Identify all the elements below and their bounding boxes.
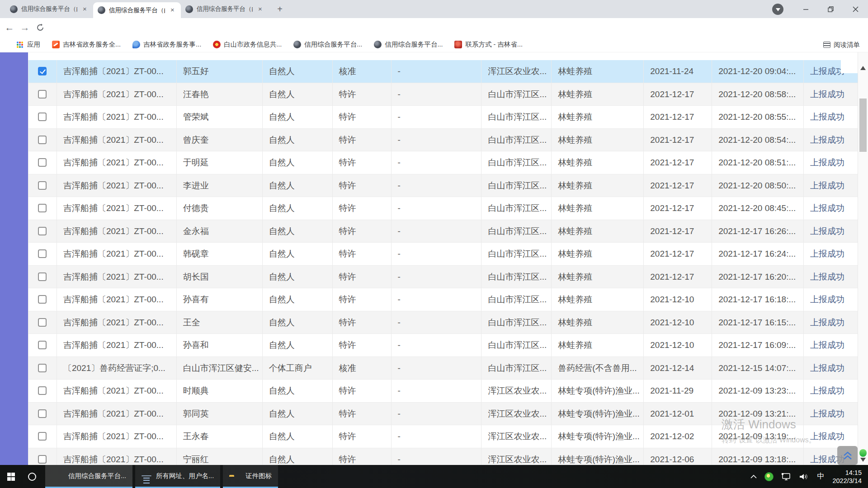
page-scrollbar[interactable] (858, 52, 868, 465)
row-checkbox[interactable] (38, 113, 47, 121)
row-checkbox[interactable] (38, 158, 47, 167)
scrollbar-thumb[interactable] (859, 99, 867, 152)
table-row[interactable]: 吉浑船捕〔2021〕ZT-00... 宁丽红 自然人 特许 - 浑江区农业农..… (28, 448, 858, 465)
tray-expand-chevron-icon[interactable] (750, 474, 757, 479)
row-checkbox[interactable] (38, 341, 47, 349)
row-checkbox[interactable] (38, 249, 47, 258)
bookmark-item[interactable]: 吉林省政务服务全... (52, 40, 121, 49)
browser-tab[interactable]: 信用综合服务平台（白山市） × (93, 2, 181, 18)
tab-close-icon[interactable]: × (256, 5, 264, 13)
cell-decision-date: 2021-12-06 (644, 448, 712, 465)
row-checkbox-cell (28, 288, 57, 311)
table-row[interactable]: 吉浑船捕〔2021〕ZT-00... 李进业 自然人 特许 - 白山市浑江区..… (28, 174, 858, 197)
bookmark-item[interactable]: 联系方式 - 吉林省... (454, 40, 522, 49)
row-checkbox-cell (28, 151, 57, 174)
search-button[interactable] (22, 465, 42, 488)
reading-list-button[interactable]: 阅读清单 (823, 37, 860, 52)
table-row[interactable]: 吉浑船捕〔2021〕ZT-00... 管荣斌 自然人 特许 - 白山市浑江区..… (28, 106, 858, 129)
table-corner-box (841, 57, 859, 73)
cell-empty-value: - (392, 334, 482, 357)
cell-authority: 白山市浑江区... (481, 220, 552, 243)
table-row[interactable]: 吉浑船捕〔2021〕ZT-00... 付德贵 自然人 特许 - 白山市浑江区..… (28, 197, 858, 220)
cell-approval-type: 特许 (333, 311, 392, 334)
taskbar-app-button[interactable]: 所有网址、用户名... (135, 465, 220, 488)
row-checkbox[interactable] (38, 409, 47, 418)
antivirus-tray-icon[interactable] (764, 472, 774, 481)
cell-holder-type: 自然人 (263, 129, 333, 151)
bookmark-label: 信用综合服务平台... (385, 40, 443, 49)
row-checkbox[interactable] (38, 364, 47, 372)
app-sidebar-strip (0, 52, 28, 465)
cell-report-status: 上报成功 (804, 83, 858, 106)
bookmark-item[interactable]: 信用综合服务平台... (374, 40, 443, 49)
cell-holder-type: 自然人 (263, 425, 333, 448)
tab-close-icon[interactable]: × (169, 6, 176, 14)
table-row[interactable]: 吉浑船捕〔2021〕ZT-00... 汪春艳 自然人 特许 - 白山市浑江区..… (28, 83, 858, 106)
tab-search-button[interactable] (772, 4, 783, 15)
table-row[interactable]: 吉浑船捕〔2021〕ZT-00... 于明延 自然人 特许 - 白山市浑江区..… (28, 151, 858, 174)
table-row[interactable]: 吉浑船捕〔2021〕ZT-00... 王永春 自然人 特许 - 浑江区农业农..… (28, 425, 858, 448)
table-row[interactable]: 吉浑船捕〔2021〕ZT-00... 孙喜和 自然人 特许 - 白山市浑江区..… (28, 334, 858, 357)
row-checkbox[interactable] (38, 272, 47, 281)
tab-close-icon[interactable]: × (81, 5, 89, 13)
taskbar-app-label: 所有网址、用户名... (156, 472, 214, 480)
cell-authority: 浑江区农业农... (481, 60, 552, 83)
row-checkbox[interactable] (38, 227, 47, 235)
cell-decision-date: 2021-12-17 (644, 220, 712, 243)
row-checkbox[interactable] (38, 318, 47, 327)
start-button[interactable] (0, 465, 22, 488)
back-to-top-button[interactable] (837, 446, 858, 465)
cell-empty-value: - (392, 243, 482, 265)
table-row[interactable]: 吉浑船捕〔2021〕ZT-00... 王全 自然人 特许 - 白山市浑江区...… (28, 311, 858, 334)
table-row[interactable]: 〔2021〕兽药经营证字;0... 白山市浑江区健安... 个体工商户 核准 -… (28, 357, 858, 380)
bookmark-item[interactable]: 吉林省政务服务事... (132, 40, 201, 49)
taskbar-app-button[interactable]: 证件图标 (223, 465, 278, 488)
row-checkbox[interactable] (38, 295, 47, 304)
row-checkbox[interactable] (38, 455, 47, 464)
bookmark-item[interactable]: 白山市政务信息共... (213, 40, 282, 49)
row-checkbox[interactable] (38, 67, 47, 75)
bookmark-item[interactable]: 信用综合服务平台... (293, 40, 362, 49)
bookmark-item[interactable]: 应用 (16, 40, 40, 49)
browser-tab[interactable]: 信用综合服务平台（白山市） × (5, 0, 93, 18)
cell-empty-value: - (392, 151, 482, 174)
taskbar-app-button[interactable]: 信用综合服务平台... (45, 465, 132, 488)
table-row[interactable]: 吉浑船捕〔2021〕ZT-00... 曾庆奎 自然人 特许 - 白山市浑江区..… (28, 129, 858, 152)
network-tray-icon[interactable] (781, 473, 791, 481)
row-checkbox[interactable] (38, 90, 47, 99)
cell-report-time: 2021-12-20 08:54:... (712, 129, 804, 151)
table-row[interactable]: 吉浑船捕〔2021〕ZT-00... 郭同英 自然人 特许 - 浑江区农业农..… (28, 403, 858, 426)
cell-holder-type: 自然人 (263, 197, 333, 220)
table-row[interactable]: 吉浑船捕〔2021〕ZT-00... 胡长国 自然人 特许 - 白山市浑江区..… (28, 266, 858, 289)
ime-indicator[interactable]: 中 (816, 471, 825, 482)
cell-permit-content: 林蛙专项(特许)渔业... (552, 425, 644, 448)
restore-button[interactable] (818, 0, 843, 18)
row-checkbox[interactable] (38, 204, 47, 212)
row-checkbox[interactable] (38, 386, 47, 395)
cell-report-time: 2021-12-20 08:55:... (712, 106, 804, 128)
scrollbar-up-arrow-icon[interactable] (860, 63, 866, 70)
row-checkbox-cell (28, 311, 57, 334)
volume-tray-icon[interactable] (799, 473, 809, 481)
cell-permit-content: 林蛙养殖 (552, 288, 644, 311)
new-tab-button[interactable]: + (274, 4, 286, 15)
browser-tab[interactable]: 信用综合服务平台（白山市） × (181, 0, 269, 18)
table-row[interactable]: 吉浑船捕〔2021〕ZT-00... 金永福 自然人 特许 - 白山市浑江区..… (28, 220, 858, 243)
back-button[interactable]: ← (2, 18, 17, 37)
row-checkbox[interactable] (38, 432, 47, 441)
cell-holder-type: 自然人 (263, 60, 333, 83)
row-checkbox[interactable] (38, 136, 47, 144)
row-checkbox[interactable] (38, 181, 47, 190)
table-row[interactable]: 吉浑船捕〔2021〕ZT-00... 孙喜有 自然人 特许 - 白山市浑江区..… (28, 288, 858, 311)
close-window-button[interactable] (843, 0, 868, 18)
table-row[interactable]: 吉浑船捕〔2021〕ZT-00... 时顺典 自然人 特许 - 浑江区农业农..… (28, 380, 858, 403)
scrollbar-down-arrow-icon[interactable] (860, 458, 866, 465)
minimize-button[interactable] (793, 0, 818, 18)
cell-report-status: 上报成功 (804, 129, 858, 151)
reload-button[interactable] (33, 18, 48, 37)
table-row[interactable]: 吉浑船捕〔2021〕ZT-00... 郭五好 自然人 核准 - 浑江区农业农..… (28, 60, 858, 83)
forward-button[interactable]: → (17, 18, 33, 37)
taskbar-clock[interactable]: 14:15 2022/3/14 (832, 469, 862, 485)
scrollbar-marker (859, 449, 867, 457)
table-row[interactable]: 吉浑船捕〔2021〕ZT-00... 韩砚章 自然人 特许 - 白山市浑江区..… (28, 243, 858, 266)
